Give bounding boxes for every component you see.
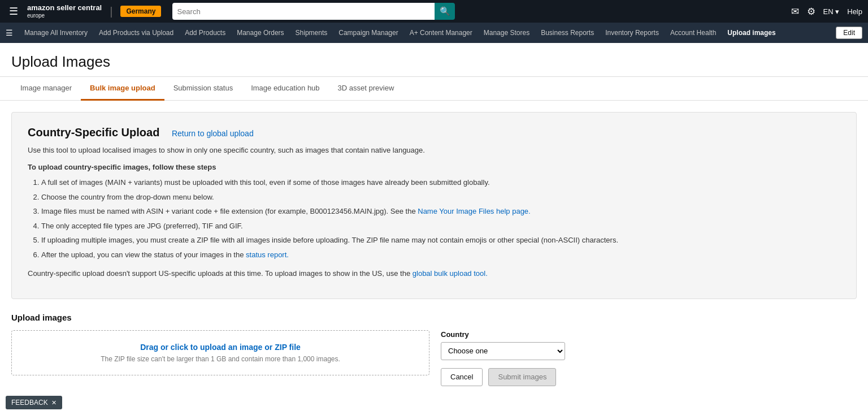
global-upload-link[interactable]: global bulk upload tool. (413, 269, 488, 278)
return-to-global-link[interactable]: Return to global upload (172, 129, 254, 138)
step-5: If uploading multiple images, you must c… (41, 235, 840, 246)
logo-sub: europe (27, 12, 102, 19)
tab-3d-asset-preview[interactable]: 3D asset preview (329, 77, 403, 101)
search-bar: 🔍 (172, 3, 455, 20)
info-note: Country-specific upload doesn't support … (28, 268, 840, 279)
store-badge[interactable]: Germany (120, 6, 161, 17)
tab-bulk-image-upload[interactable]: Bulk image upload (81, 77, 164, 101)
help-link[interactable]: Help (847, 7, 862, 16)
top-nav-right: ✉ ⚙ EN ▾ Help (791, 6, 862, 18)
nav-item-a-plus-content[interactable]: A+ Content Manager (404, 23, 478, 43)
tab-submission-status[interactable]: Submission status (164, 77, 242, 101)
info-heading: Country-Specific Upload Return to global… (28, 126, 840, 139)
nav-item-account-health[interactable]: Account Health (665, 23, 722, 43)
info-box: Country-Specific Upload Return to global… (11, 112, 857, 299)
main-content: Country-Specific Upload Return to global… (0, 101, 868, 397)
upload-row: Drag or click to upload an image or ZIP … (11, 330, 857, 386)
nav-item-add-products-upload[interactable]: Add Products via Upload (93, 23, 179, 43)
page-header: Upload Images (0, 43, 868, 77)
action-buttons: Cancel Submit images (441, 368, 565, 386)
settings-icon[interactable]: ⚙ (807, 6, 815, 18)
search-button[interactable]: 🔍 (435, 3, 455, 20)
step-3: Image files must be named with ASIN + va… (41, 206, 840, 217)
upload-heading: Upload images (11, 313, 857, 322)
name-files-help-link[interactable]: Name Your Image Files help page. (418, 207, 530, 215)
step-2: Choose the country from the drop-down me… (41, 192, 840, 203)
logo-area: amazon seller central europe (27, 4, 102, 18)
tab-image-manager[interactable]: Image manager (11, 77, 81, 101)
nav-divider: | (110, 5, 112, 18)
search-input[interactable] (172, 3, 435, 20)
nav-item-campaign-manager[interactable]: Campaign Manager (333, 23, 403, 43)
country-select[interactable]: Choose one (441, 342, 565, 360)
edit-nav-button[interactable]: Edit (836, 27, 862, 39)
nav-item-shipments[interactable]: Shipments (290, 23, 333, 43)
nav-item-manage-orders[interactable]: Manage Orders (231, 23, 289, 43)
nav-item-inventory-reports[interactable]: Inventory Reports (600, 23, 665, 43)
tab-bar: Image manager Bulk image upload Submissi… (0, 77, 868, 101)
submit-button[interactable]: Submit images (488, 368, 556, 386)
secondary-navigation: ☰ Manage All Inventory Add Products via … (0, 23, 868, 43)
upload-section: Upload images Drag or click to upload an… (11, 313, 857, 386)
country-label: Country (441, 330, 565, 339)
info-description: Use this tool to upload localised images… (28, 145, 840, 156)
drop-hint: The ZIP file size can't be larger than 1… (101, 355, 340, 363)
hamburger-icon[interactable]: ☰ (6, 5, 21, 18)
logo-text: amazon seller central (27, 4, 102, 12)
feedback-button[interactable]: FEEDBACK ✕ (6, 396, 62, 409)
step-4: The only accepted file types are JPG (pr… (41, 221, 840, 232)
language-switcher[interactable]: EN ▾ (823, 7, 840, 16)
nav-item-manage-stores[interactable]: Manage Stores (478, 23, 535, 43)
steps-title: To upload country-specific images, follo… (28, 162, 840, 173)
nav-item-manage-all-inventory[interactable]: Manage All Inventory (19, 23, 93, 43)
search-icon: 🔍 (440, 6, 450, 16)
step-1: A full set of images (MAIN + variants) m… (41, 177, 840, 188)
mail-icon[interactable]: ✉ (791, 6, 799, 18)
nav-item-upload-images[interactable]: Upload images (722, 23, 781, 43)
tab-image-education-hub[interactable]: Image education hub (242, 77, 328, 101)
store-name: Germany (126, 7, 155, 15)
steps-list: A full set of images (MAIN + variants) m… (41, 177, 840, 260)
feedback-label: FEEDBACK (11, 399, 48, 407)
pin-icon[interactable]: ☰ (6, 28, 13, 37)
dropzone[interactable]: Drag or click to upload an image or ZIP … (11, 330, 429, 375)
step-6: After the upload, you can view the statu… (41, 249, 840, 261)
page-title: Upload Images (11, 53, 857, 71)
nav-item-add-products[interactable]: Add Products (179, 23, 231, 43)
nav-item-business-reports[interactable]: Business Reports (535, 23, 600, 43)
drop-label: Drag or click to upload an image or ZIP … (140, 343, 301, 352)
feedback-close-icon[interactable]: ✕ (51, 399, 57, 407)
country-section: Country Choose one Cancel Submit images (441, 330, 565, 386)
status-report-link[interactable]: status report. (246, 250, 289, 259)
top-navigation: ☰ amazon seller central europe | Germany… (0, 0, 868, 23)
cancel-button[interactable]: Cancel (441, 368, 483, 386)
